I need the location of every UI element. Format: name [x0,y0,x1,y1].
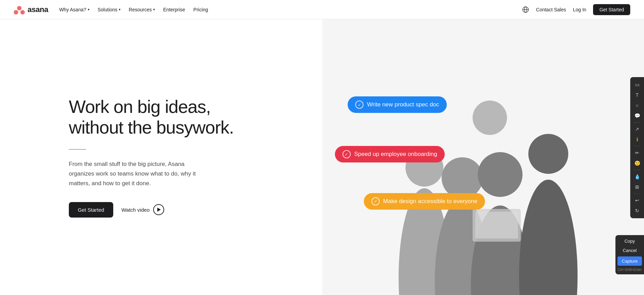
svg-rect-16 [475,212,518,239]
main-layout: Work on big ideas, without the busywork.… [0,19,644,295]
play-icon [153,204,164,215]
emoji-tool-icon[interactable]: 🙂 [632,158,642,168]
svg-point-9 [442,157,483,199]
globe-icon[interactable] [522,6,529,13]
svg-point-14 [473,101,507,135]
task-chip-red: ✓ Speed up employee onboarding [335,146,445,162]
watch-video-button[interactable]: Watch video [122,204,164,215]
comment-tool-icon[interactable]: 💬 [632,111,642,120]
toolbar-divider [634,193,641,194]
svg-point-1 [14,10,18,14]
nav-links: Why Asana? ▾ Solutions ▾ Resources ▾ Ent… [59,7,208,12]
task-chip-orange: ✓ Make design accessible to everyone [364,193,485,210]
hero-description: From the small stuff to the big picture,… [69,159,200,188]
svg-point-0 [17,6,22,10]
chevron-down-icon: ▾ [88,8,89,11]
navigation: asana Why Asana? ▾ Solutions ▾ Resources… [0,0,644,19]
nav-resources[interactable]: Resources ▾ [129,7,155,12]
check-circle-icon: ✓ [371,197,380,206]
toolbar-divider [634,146,641,146]
info-tool-icon[interactable]: ℹ [632,135,642,144]
cancel-button[interactable]: Cancel [615,246,644,255]
people-group-image [380,54,586,295]
nav-enterprise[interactable]: Enterprise [163,7,185,12]
svg-point-13 [528,134,568,174]
rectangle-tool-icon[interactable]: ▭ [632,80,642,89]
logo[interactable]: asana [14,5,48,14]
nav-why-asana[interactable]: Why Asana? ▾ [59,7,89,12]
left-panel: Work on big ideas, without the busywork.… [0,19,322,295]
logo-icon [14,5,25,14]
pencil-tool-icon[interactable]: ✏ [632,148,642,158]
chevron-down-icon: ▾ [119,8,120,11]
get-started-button[interactable]: Get Started [69,202,113,218]
get-started-nav-button[interactable]: Get Started [593,4,630,15]
toolbar-divider [634,122,641,123]
hero-buttons: Get Started Watch video [69,202,302,218]
toolbar-bottom: Copy Cancel Capture Ctrl+Shift+Enter [615,235,644,274]
undo-icon[interactable]: ↩ [632,196,642,205]
check-circle-icon: ✓ [342,150,351,158]
svg-point-11 [478,152,522,197]
svg-point-12 [519,180,578,295]
copy-button[interactable]: Copy [615,236,644,246]
hero-divider [69,149,86,150]
nav-right: Contact Sales Log In Get Started [522,4,630,15]
task-chip-blue: ✓ Write new product spec doc [348,96,446,113]
nav-solutions[interactable]: Solutions ▾ [98,7,121,12]
keyboard-shortcut: Ctrl+Shift+Enter [615,267,644,273]
svg-point-2 [20,10,25,14]
grid-tool-icon[interactable]: ⊞ [632,182,642,192]
nav-left: asana Why Asana? ▾ Solutions ▾ Resources… [14,5,208,14]
text-tool-icon[interactable]: T [632,90,642,100]
nav-pricing[interactable]: Pricing [193,7,208,12]
redo-icon[interactable]: ↻ [632,206,642,215]
logo-text: asana [28,5,48,14]
login-link[interactable]: Log In [573,7,586,12]
hero-title: Work on big ideas, without the busywork. [69,97,302,138]
circle-tool-icon[interactable]: ○ [632,101,642,110]
contact-sales-link[interactable]: Contact Sales [536,7,566,12]
drop-tool-icon[interactable]: 💧 [632,172,642,181]
chevron-down-icon: ▾ [153,8,155,11]
capture-button[interactable]: Capture [617,256,642,266]
arrow-tool-icon[interactable]: ↗ [632,124,642,134]
right-toolbar: ▭ T ○ 💬 ↗ ℹ ✏ 🙂 💧 ⊞ ↩ ↻ [630,77,644,218]
play-triangle-icon [157,208,161,212]
right-panel: ✓ Write new product spec doc ✓ Speed up … [322,19,644,295]
check-circle-icon: ✓ [355,101,363,109]
toolbar-divider [634,170,641,170]
